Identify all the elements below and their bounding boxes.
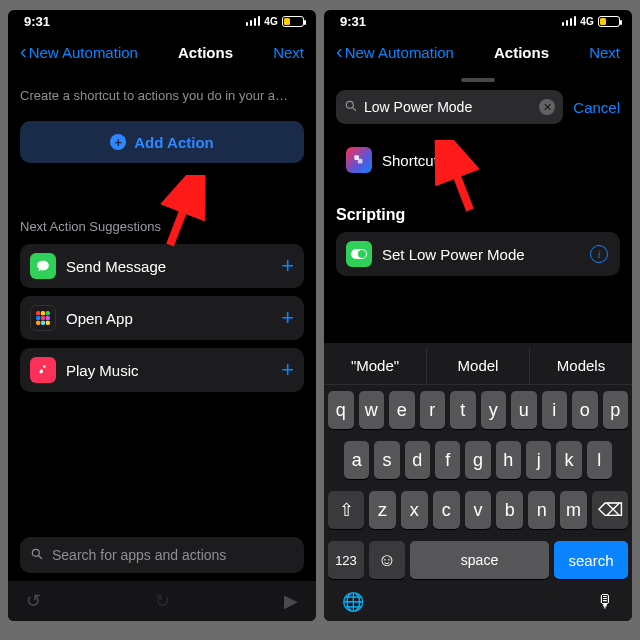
redo-button[interactable]: ↻ — [155, 590, 170, 612]
plus-icon: + — [281, 253, 294, 279]
key-k[interactable]: k — [556, 441, 581, 479]
svg-point-3 — [346, 101, 353, 108]
chevron-left-icon: ‹ — [336, 41, 343, 61]
key-123[interactable]: 123 — [328, 541, 364, 579]
suggestion-label: Play Music — [66, 362, 271, 379]
key-y[interactable]: y — [481, 391, 507, 429]
key-emoji[interactable]: ☺ — [369, 541, 405, 579]
key-l[interactable]: l — [587, 441, 612, 479]
globe-icon[interactable]: 🌐 — [342, 591, 364, 613]
key-o[interactable]: o — [572, 391, 598, 429]
signal-icon — [246, 16, 261, 26]
key-i[interactable]: i — [542, 391, 568, 429]
key-d[interactable]: d — [405, 441, 430, 479]
messages-icon — [30, 253, 56, 279]
key-j[interactable]: j — [526, 441, 551, 479]
next-button[interactable]: Next — [589, 44, 620, 61]
plus-icon: + — [281, 305, 294, 331]
key-x[interactable]: x — [401, 491, 428, 529]
key-t[interactable]: t — [450, 391, 476, 429]
result-set-low-power-mode[interactable]: Set Low Power Mode i — [336, 232, 620, 276]
section-suggestions-header: Next Action Suggestions — [20, 219, 304, 234]
key-search[interactable]: search — [554, 541, 628, 579]
next-button[interactable]: Next — [273, 44, 304, 61]
key-z[interactable]: z — [369, 491, 396, 529]
suggestion-2[interactable]: Model — [427, 347, 530, 384]
cancel-button[interactable]: Cancel — [573, 99, 620, 116]
suggestion-label: Send Message — [66, 258, 271, 275]
key-v[interactable]: v — [465, 491, 492, 529]
add-action-label: Add Action — [134, 134, 213, 151]
phone-right: 9:31 4G ‹ New Automation Actions Next Lo… — [324, 10, 632, 621]
suggestion-send-message[interactable]: Send Message + — [20, 244, 304, 288]
keyboard-suggestions: "Mode" Model Models — [324, 347, 632, 385]
section-scripting-header: Scripting — [324, 200, 632, 232]
search-field[interactable]: Low Power Mode ✕ — [336, 90, 563, 124]
plus-icon: + — [281, 357, 294, 383]
battery-icon — [282, 16, 304, 27]
key-f[interactable]: f — [435, 441, 460, 479]
status-bar: 9:31 4G — [324, 10, 632, 32]
key-e[interactable]: e — [389, 391, 415, 429]
key-s[interactable]: s — [374, 441, 399, 479]
suggestion-3[interactable]: Models — [530, 347, 632, 384]
keyboard: "Mode" Model Models q w e r t y u i o p … — [324, 343, 632, 621]
search-apps-actions[interactable]: Search for apps and actions — [20, 537, 304, 573]
signal-icon — [562, 16, 577, 26]
key-h[interactable]: h — [496, 441, 521, 479]
battery-icon — [598, 16, 620, 27]
sheet-grabber[interactable] — [461, 78, 495, 82]
search-icon — [30, 547, 44, 564]
back-button[interactable]: ‹ New Automation — [336, 43, 454, 61]
music-icon — [30, 357, 56, 383]
add-action-button[interactable]: + Add Action — [20, 121, 304, 163]
run-button[interactable]: ▶ — [284, 590, 298, 612]
mic-icon[interactable]: 🎙 — [596, 591, 614, 613]
clear-search-icon[interactable]: ✕ — [539, 99, 555, 115]
status-time: 9:31 — [340, 14, 366, 29]
back-label: New Automation — [345, 44, 454, 61]
key-w[interactable]: w — [359, 391, 385, 429]
search-placeholder: Search for apps and actions — [52, 547, 226, 563]
key-a[interactable]: a — [344, 441, 369, 479]
key-b[interactable]: b — [496, 491, 523, 529]
category-shortcuts[interactable]: Shortcuts — [336, 138, 620, 182]
search-value: Low Power Mode — [364, 99, 472, 115]
bottom-toolbar: ↺ ↻ ▶ — [8, 581, 316, 621]
suggestion-label: Open App — [66, 310, 271, 327]
status-time: 9:31 — [24, 14, 50, 29]
hint-text: Create a shortcut to actions you do in y… — [20, 88, 304, 103]
status-bar: 9:31 4G — [8, 10, 316, 32]
category-label: Shortcuts — [382, 152, 610, 169]
key-c[interactable]: c — [433, 491, 460, 529]
key-space[interactable]: space — [410, 541, 549, 579]
back-button[interactable]: ‹ New Automation — [20, 43, 138, 61]
key-q[interactable]: q — [328, 391, 354, 429]
status-network: 4G — [264, 16, 278, 27]
plus-circle-icon: + — [110, 134, 126, 150]
key-shift[interactable]: ⇧ — [328, 491, 364, 529]
page-title: Actions — [494, 44, 549, 61]
page-title: Actions — [178, 44, 233, 61]
suggestion-open-app[interactable]: Open App + — [20, 296, 304, 340]
suggestion-1[interactable]: "Mode" — [324, 347, 427, 384]
key-p[interactable]: p — [603, 391, 629, 429]
phone-left: 9:31 4G ‹ New Automation Actions Next Cr… — [8, 10, 316, 621]
svg-point-0 — [32, 549, 39, 556]
key-backspace[interactable]: ⌫ — [592, 491, 628, 529]
undo-button[interactable]: ↺ — [26, 590, 41, 612]
search-icon — [344, 99, 358, 116]
key-r[interactable]: r — [420, 391, 446, 429]
chevron-left-icon: ‹ — [20, 41, 27, 61]
result-label: Set Low Power Mode — [382, 246, 610, 263]
key-g[interactable]: g — [465, 441, 490, 479]
back-label: New Automation — [29, 44, 138, 61]
shortcuts-icon — [346, 147, 372, 173]
status-network: 4G — [580, 16, 594, 27]
key-u[interactable]: u — [511, 391, 537, 429]
info-icon[interactable]: i — [590, 245, 608, 263]
key-m[interactable]: m — [560, 491, 587, 529]
svg-line-4 — [353, 107, 356, 110]
suggestion-play-music[interactable]: Play Music + — [20, 348, 304, 392]
key-n[interactable]: n — [528, 491, 555, 529]
